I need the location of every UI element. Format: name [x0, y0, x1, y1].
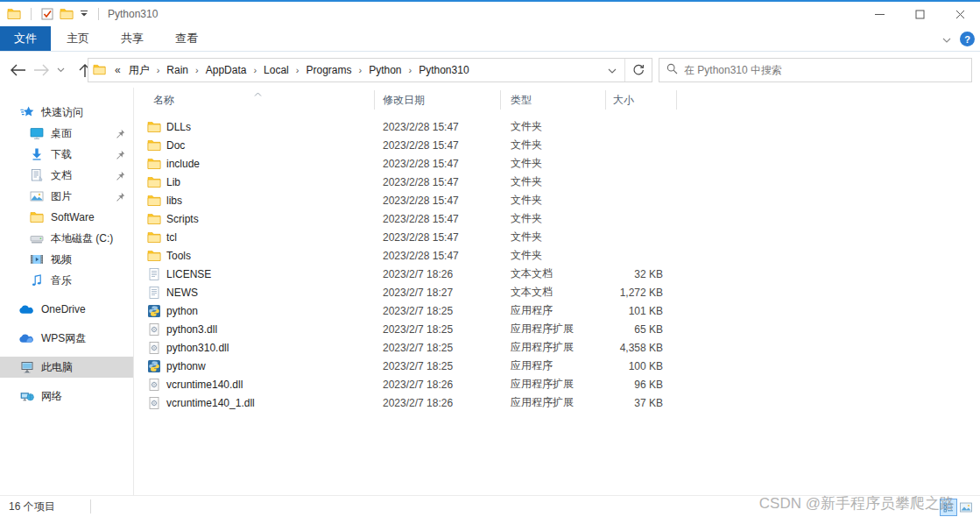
file-type: 文本文档	[501, 285, 606, 300]
tab-view[interactable]: 查看	[159, 26, 214, 51]
minimize-button[interactable]	[859, 2, 899, 26]
breadcrumb-chevron-icon[interactable]: ›	[407, 65, 414, 75]
folder-icon	[147, 230, 161, 244]
ribbon-collapse-icon[interactable]	[942, 33, 951, 46]
file-row-tcl[interactable]: tcl2023/2/28 15:47文件夹	[134, 228, 980, 246]
sidebar-item-onedrive[interactable]: OneDrive	[0, 299, 133, 320]
search-icon	[666, 63, 678, 77]
search-box	[659, 58, 972, 82]
file-row-libs[interactable]: libs2023/2/28 15:47文件夹	[134, 191, 980, 209]
sidebar-item-documents[interactable]: 文档	[0, 165, 133, 186]
history-chevron-icon[interactable]	[54, 65, 67, 75]
sidebar-item-downloads[interactable]: 下载	[0, 144, 133, 165]
breadcrumb-chevron-icon[interactable]: ›	[155, 65, 162, 75]
column-header-type[interactable]: 类型	[501, 90, 606, 110]
file-type: 文件夹	[501, 156, 606, 171]
qat-customize-button[interactable]	[80, 8, 88, 20]
file-name: DLLs	[166, 121, 191, 133]
breadcrumb-item[interactable]: Local	[260, 64, 293, 76]
file-row-vcruntime140.dll[interactable]: vcruntime140.dll2023/2/7 18:26应用程序扩展96 K…	[134, 375, 980, 393]
file-row-DLLs[interactable]: DLLs2023/2/28 15:47文件夹	[134, 117, 980, 136]
sidebar-item-wps-cloud[interactable]: WPS网盘	[0, 328, 133, 349]
help-icon[interactable]: ?	[960, 32, 975, 46]
file-date: 2023/2/7 18:25	[375, 360, 501, 372]
this-pc-icon	[19, 360, 34, 374]
downloads-icon	[29, 147, 44, 161]
sidebar-item-quick-access[interactable]: 快速访问	[0, 102, 133, 123]
search-input[interactable]	[684, 64, 964, 76]
tab-file[interactable]: 文件	[0, 26, 51, 51]
address-dropdown-icon[interactable]	[600, 64, 624, 76]
file-row-Scripts[interactable]: Scripts2023/2/28 15:47文件夹	[134, 209, 980, 228]
maximize-button[interactable]	[899, 2, 940, 26]
column-header-date[interactable]: 修改日期	[375, 90, 501, 110]
sidebar-item-music[interactable]: 音乐	[0, 270, 133, 291]
breadcrumb-item[interactable]: Rain	[163, 64, 192, 76]
breadcrumb-chevron-icon[interactable]: ›	[356, 65, 363, 75]
address-bar[interactable]: « 用户›Rain›AppData›Local›Programs›Python›…	[88, 58, 652, 82]
watermark-text: CSDN @新手程序员攀爬之路	[759, 493, 955, 513]
refresh-icon[interactable]	[624, 59, 652, 81]
sidebar-item-this-pc[interactable]: 此电脑	[0, 357, 133, 378]
new-folder-icon[interactable]	[60, 7, 74, 21]
forward-button[interactable]	[31, 61, 53, 79]
statusbar-separator	[90, 499, 91, 513]
music-icon	[29, 273, 44, 287]
column-header-size[interactable]: 大小	[606, 90, 677, 110]
details-view-icon[interactable]	[941, 499, 956, 515]
pin-icon	[116, 150, 125, 159]
file-row-include[interactable]: include2023/2/28 15:47文件夹	[134, 154, 980, 173]
sidebar-item-label: 图片	[51, 189, 72, 204]
file-row-pythonw[interactable]: pythonw2023/2/7 18:25应用程序100 KB	[134, 357, 980, 375]
sidebar-item-local-disk-c[interactable]: 本地磁盘 (C:)	[0, 228, 133, 249]
file-date: 2023/2/28 15:47	[375, 250, 501, 262]
window-controls	[859, 2, 980, 26]
sidebar-item-software[interactable]: SoftWare	[0, 207, 133, 228]
breadcrumb-chevron-icon[interactable]: ›	[251, 65, 258, 75]
column-headers: 名称修改日期类型大小	[134, 88, 980, 112]
file-size: 96 KB	[606, 379, 677, 391]
folder-icon	[29, 210, 44, 224]
file-row-Lib[interactable]: Lib2023/2/28 15:47文件夹	[134, 173, 980, 191]
titlebar-separator	[98, 8, 99, 20]
sidebar-item-network[interactable]: 网络	[0, 386, 133, 407]
file-date: 2023/2/28 15:47	[375, 231, 501, 244]
breadcrumb-overflow[interactable]: «	[112, 64, 123, 76]
close-button[interactable]	[940, 2, 980, 26]
file-row-python310.dll[interactable]: python310.dll2023/2/7 18:25应用程序扩展4,358 K…	[134, 338, 980, 357]
file-type: 应用程序	[501, 358, 606, 373]
file-row-Tools[interactable]: Tools2023/2/28 15:47文件夹	[134, 246, 980, 265]
sidebar-item-label: 此电脑	[41, 360, 73, 375]
breadcrumb-item[interactable]: 用户	[125, 63, 153, 78]
back-button[interactable]	[7, 61, 29, 79]
breadcrumb-item[interactable]: AppData	[202, 64, 250, 76]
file-row-Doc[interactable]: Doc2023/2/28 15:47文件夹	[134, 136, 980, 154]
sidebar-item-pictures[interactable]: 图片	[0, 186, 133, 207]
file-name: pythonw	[166, 360, 206, 372]
file-row-python[interactable]: python2023/2/7 18:25应用程序101 KB	[134, 301, 980, 320]
file-type: 应用程序扩展	[501, 377, 606, 392]
file-row-python3.dll[interactable]: python3.dll2023/2/7 18:25应用程序扩展65 KB	[134, 320, 980, 338]
breadcrumb-chevron-icon[interactable]: ›	[294, 65, 301, 75]
ribbon-tabs: 文件主页共享查看	[0, 26, 214, 51]
file-row-LICENSE[interactable]: LICENSE2023/2/7 18:26文本文档32 KB	[134, 265, 980, 283]
breadcrumb-item[interactable]: Python	[365, 64, 405, 76]
breadcrumb-chevron-icon[interactable]: ›	[194, 65, 201, 75]
sidebar: 快速访问桌面下载文档图片SoftWare本地磁盘 (C:)视频音乐OneDriv…	[0, 88, 134, 495]
item-count: 16 个项目	[0, 499, 55, 514]
file-row-NEWS[interactable]: NEWS2023/2/7 18:27文本文档1,272 KB	[134, 283, 980, 301]
sidebar-item-desktop[interactable]: 桌面	[0, 123, 133, 144]
file-type: 应用程序扩展	[501, 340, 606, 355]
file-date: 2023/2/28 15:47	[375, 195, 501, 207]
thumbnails-view-icon[interactable]	[958, 499, 974, 515]
breadcrumb-item[interactable]: Programs	[302, 64, 355, 76]
explorer-folder-icon	[7, 7, 21, 21]
file-row-vcruntime140_1.dll[interactable]: vcruntime140_1.dll2023/2/7 18:26应用程序扩展37…	[134, 393, 980, 412]
drive-icon	[29, 231, 44, 245]
tab-home[interactable]: 主页	[51, 26, 105, 51]
checkmark-icon[interactable]	[41, 8, 53, 20]
breadcrumb-item[interactable]: Python310	[415, 64, 472, 76]
documents-icon	[29, 168, 44, 182]
tab-share[interactable]: 共享	[105, 26, 159, 51]
sidebar-item-videos[interactable]: 视频	[0, 249, 133, 270]
